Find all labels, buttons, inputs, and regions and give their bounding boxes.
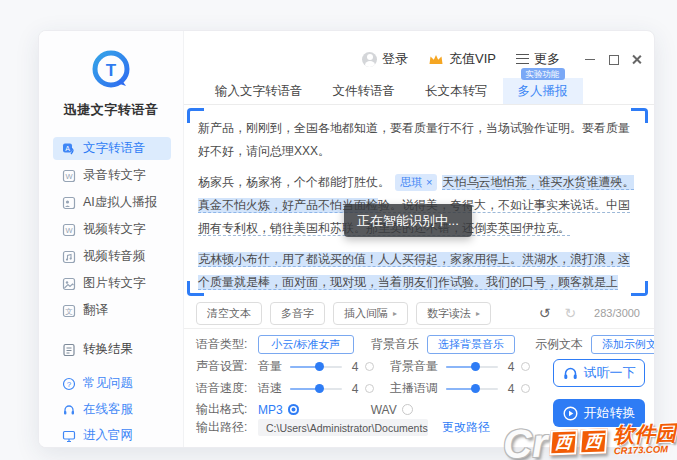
slider-thumb[interactable] bbox=[471, 362, 480, 371]
format-row: 输出格式: MP3 WAV bbox=[196, 401, 413, 418]
hamburger-icon bbox=[516, 54, 529, 65]
choose-bgm-button[interactable]: 选择背景音乐 bbox=[427, 335, 515, 354]
speed-settings-label: 语音速度: bbox=[196, 380, 258, 397]
sidebar-item-translate[interactable]: 文 翻译 bbox=[53, 299, 171, 322]
bg-volume-value: 4 bbox=[506, 360, 516, 374]
voice-tag-siqi[interactable]: 思琪× bbox=[395, 174, 437, 191]
sidebar: T 迅捷文字转语音 A 文字转语音 W 录音转文字 AI虚拟人播报 W 视频转文… bbox=[39, 31, 184, 447]
slider-thumb[interactable] bbox=[315, 362, 324, 371]
watermark-name: 软件园 bbox=[612, 422, 676, 445]
sidebar-item-conversion-results[interactable]: 转换结果 bbox=[53, 338, 171, 361]
tab-input-text-to-speech[interactable]: 输入文字转语音 bbox=[200, 78, 318, 104]
speed-slider[interactable] bbox=[290, 388, 342, 390]
volume-label: 音量 bbox=[258, 358, 282, 375]
more-menu-button[interactable]: 更多 bbox=[516, 50, 560, 68]
voice-type-label: 语音类型: bbox=[196, 336, 258, 353]
button-label: 添加示例文本 bbox=[602, 338, 655, 350]
caret-right-icon: ▸ bbox=[476, 309, 480, 318]
svg-text:A: A bbox=[65, 144, 70, 151]
speed-value: 4 bbox=[350, 382, 360, 396]
login-button[interactable]: 登录 bbox=[362, 50, 408, 68]
speed-settings-row: 语音速度: 语速 4 主播语调 4 bbox=[196, 380, 530, 397]
tab-label: 长文本转写 bbox=[425, 83, 488, 100]
watermark-site: CR173.COM bbox=[613, 443, 668, 456]
button-label: 多音字 bbox=[281, 306, 314, 321]
svg-text:文: 文 bbox=[65, 307, 73, 316]
add-sample-text-button[interactable]: 添加示例文本 bbox=[591, 335, 655, 354]
slider-thumb[interactable] bbox=[315, 384, 324, 393]
volume-slider[interactable] bbox=[290, 366, 342, 368]
recharge-vip-button[interactable]: 充值VIP bbox=[428, 50, 496, 68]
app-window: T 迅捷文字转语音 A 文字转语音 W 录音转文字 AI虚拟人播报 W 视频转文… bbox=[38, 30, 655, 448]
brand-title: 迅捷文字转语音 bbox=[39, 101, 183, 119]
minimize-icon[interactable] bbox=[584, 53, 596, 65]
clear-text-button[interactable]: 清空文本 bbox=[196, 302, 262, 325]
sidebar-item-audio-to-text[interactable]: W 录音转文字 bbox=[53, 164, 171, 187]
frame-corner-icon bbox=[187, 281, 204, 296]
video-to-text-icon: W bbox=[62, 223, 76, 237]
sidebar-item-ai-avatar[interactable]: AI虚拟人播报 bbox=[53, 191, 171, 214]
tag-label: 思琪 bbox=[400, 176, 422, 188]
redo-icon[interactable]: ↻ bbox=[564, 306, 576, 320]
question-icon: ? bbox=[62, 377, 76, 391]
reset-icon[interactable] bbox=[365, 362, 374, 371]
tab-label: 输入文字转语音 bbox=[215, 83, 303, 100]
tone-slider[interactable] bbox=[446, 388, 498, 390]
audio-to-text-icon: W bbox=[62, 169, 76, 183]
tab-multi-speaker[interactable]: 多人播报 实验功能 bbox=[503, 78, 583, 104]
tab-long-text[interactable]: 长文本转写 bbox=[410, 78, 503, 104]
tab-bar: 输入文字转语音 文件转语音 长文本转写 多人播报 实验功能 bbox=[184, 78, 654, 105]
action-buttons: 试听一下 开始转换 bbox=[553, 359, 645, 427]
undo-icon[interactable]: ↺ bbox=[539, 306, 551, 320]
slider-thumb[interactable] bbox=[471, 384, 480, 393]
sidebar-item-label: AI虚拟人播报 bbox=[83, 194, 157, 211]
output-path-input[interactable]: C:\Users\Administrator\Documents bbox=[258, 419, 428, 436]
sample-text-label: 示例文本 bbox=[535, 336, 583, 353]
sidebar-item-online-support[interactable]: 在线客服 bbox=[53, 398, 171, 421]
svg-text:W: W bbox=[65, 172, 73, 181]
reset-icon[interactable] bbox=[521, 384, 530, 393]
sidebar-item-image-to-text[interactable]: 图片转文字 bbox=[53, 272, 171, 295]
close-icon[interactable] bbox=[630, 53, 642, 65]
sound-settings-label: 声音设置: bbox=[196, 358, 258, 375]
button-label: 插入间隔 bbox=[344, 306, 388, 321]
path-row: 输出路径: C:\Users\Administrator\Documents 更… bbox=[196, 419, 490, 436]
bg-volume-slider[interactable] bbox=[446, 366, 498, 368]
polyphonic-button[interactable]: 多音字 bbox=[270, 302, 325, 325]
reset-icon[interactable] bbox=[521, 362, 530, 371]
watermark-cr-logo: Cr bbox=[502, 426, 548, 460]
voice-type-row: 语音类型: 小云/标准女声 背景音乐 选择背景音乐 示例文本 添加示例文本 bbox=[196, 335, 655, 354]
format-mp3-label: MP3 bbox=[258, 403, 283, 417]
mp3-radio[interactable] bbox=[288, 404, 299, 415]
change-path-link[interactable]: 更改路径 bbox=[442, 419, 490, 436]
sidebar-item-official-site[interactable]: 进入官网 bbox=[53, 424, 171, 447]
sidebar-item-video-to-text[interactable]: W 视频转文字 bbox=[53, 218, 171, 241]
sidebar-item-label: 录音转文字 bbox=[83, 167, 146, 184]
sidebar-item-label: 常见问题 bbox=[83, 375, 133, 392]
frame-corner-icon bbox=[631, 281, 648, 296]
headset-icon bbox=[62, 403, 76, 417]
watermark-tile: 西 bbox=[579, 428, 608, 454]
button-label: 数字读法 bbox=[427, 306, 471, 321]
insert-pause-button[interactable]: 插入间隔▸ bbox=[333, 302, 408, 325]
sidebar-item-faq[interactable]: ? 常见问题 bbox=[53, 372, 171, 395]
tab-file-to-speech[interactable]: 文件转语音 bbox=[318, 78, 411, 104]
wav-radio[interactable] bbox=[402, 404, 413, 415]
sidebar-item-label: 进入官网 bbox=[83, 427, 133, 444]
reset-icon[interactable] bbox=[365, 384, 374, 393]
more-label: 更多 bbox=[534, 50, 560, 68]
frame-corner-icon bbox=[631, 108, 648, 123]
sidebar-item-label: 转换结果 bbox=[83, 341, 133, 358]
text-editor[interactable]: 新产品，刚刚到，全国各地都知道，要看质量行不行，当场试验作证明。要看质量好不好，… bbox=[186, 105, 649, 298]
format-wav-label: WAV bbox=[371, 403, 397, 417]
number-reading-button[interactable]: 数字读法▸ bbox=[416, 302, 491, 325]
sidebar-item-label: 图片转文字 bbox=[83, 275, 146, 292]
sidebar-item-video-to-audio[interactable]: 视频转音频 bbox=[53, 245, 171, 268]
svg-text:W: W bbox=[65, 226, 73, 235]
preview-listen-button[interactable]: 试听一下 bbox=[553, 359, 645, 387]
maximize-icon[interactable] bbox=[607, 53, 619, 65]
button-label: 试听一下 bbox=[584, 364, 636, 382]
voice-type-button[interactable]: 小云/标准女声 bbox=[258, 335, 354, 354]
sidebar-item-text-to-speech[interactable]: A 文字转语音 bbox=[53, 137, 171, 160]
tag-close-icon[interactable]: × bbox=[426, 176, 432, 188]
